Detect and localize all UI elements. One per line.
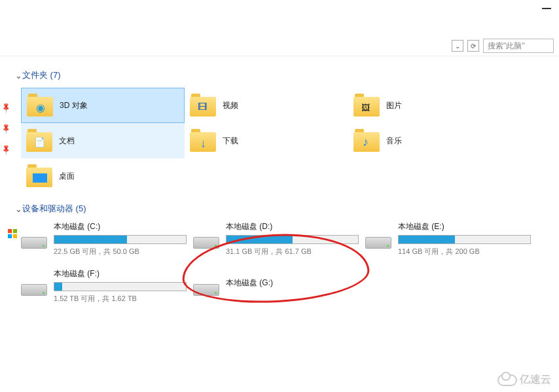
section-title: 文件夹 (7)	[22, 69, 61, 81]
drive-item-d[interactable]: 本地磁盘 (D:) 31.1 GB 可用，共 61.7 GB	[193, 221, 359, 257]
folder-label: 图片	[386, 100, 402, 111]
search-placeholder: 搜索"此脑"	[488, 41, 525, 52]
folder-label: 视频	[223, 100, 238, 111]
pin-icon: 📌	[0, 145, 9, 154]
folder-item-music[interactable]: ♪ 音乐	[348, 123, 512, 158]
folder-icon: ♪	[353, 129, 380, 152]
drive-stats: 114 GB 可用，共 200 GB	[398, 247, 531, 257]
drive-name: 本地磁盘 (G:)	[226, 277, 359, 289]
watermark: 亿速云	[497, 373, 551, 387]
folder-item-3d-objects[interactable]: ◉ 3D 对象	[21, 88, 185, 123]
drive-name: 本地磁盘 (D:)	[226, 221, 359, 232]
minimize-button[interactable]	[542, 8, 551, 9]
drive-item-f[interactable]: 本地磁盘 (F:) 1.52 TB 可用，共 1.62 TB	[21, 268, 187, 304]
folder-label: 音乐	[386, 135, 402, 147]
drive-item-e[interactable]: 本地磁盘 (E:) 114 GB 可用，共 200 GB	[365, 221, 531, 257]
svg-rect-0	[8, 229, 12, 233]
storage-bar	[54, 282, 187, 291]
documents-icon: 📄	[34, 137, 45, 147]
folder-item-downloads[interactable]: ↓ 下载	[185, 123, 348, 158]
svg-rect-3	[13, 234, 17, 238]
svg-rect-1	[13, 229, 17, 233]
folder-label: 下载	[223, 135, 238, 147]
storage-bar	[54, 235, 187, 244]
music-icon: ♪	[363, 135, 369, 149]
chevron-down-icon: ⌄	[14, 204, 22, 214]
drive-stats: 1.52 TB 可用，共 1.62 TB	[54, 294, 187, 304]
watermark-text: 亿速云	[520, 373, 551, 387]
cloud-icon	[497, 374, 517, 386]
drive-stats: 22.5 GB 可用，共 50.0 GB	[54, 247, 187, 257]
section-header-folders[interactable]: ⌄ 文件夹 (7)	[14, 69, 559, 81]
folder-label: 3D 对象	[60, 100, 88, 111]
3d-icon: ◉	[36, 101, 45, 114]
folder-item-desktop[interactable]: 桌面	[21, 158, 185, 194]
svg-rect-2	[8, 234, 12, 238]
folder-icon: 📄	[26, 129, 52, 152]
windows-logo-icon	[8, 229, 17, 238]
drive-icon	[365, 230, 391, 249]
history-dropdown-button[interactable]: ⌄	[452, 40, 463, 52]
drive-item-c[interactable]: 本地磁盘 (C:) 22.5 GB 可用，共 50.0 GB	[21, 221, 187, 257]
pin-icon: 📌	[0, 103, 9, 113]
storage-bar	[226, 235, 359, 244]
downloads-icon: ↓	[200, 137, 206, 151]
folder-item-documents[interactable]: 📄 文档	[21, 123, 185, 158]
folder-icon: ↓	[190, 129, 216, 152]
quick-access-pins: 📌 📌 📌	[0, 90, 9, 153]
search-input[interactable]: 搜索"此脑"	[483, 39, 554, 53]
drive-name: 本地磁盘 (F:)	[54, 268, 187, 279]
section-title: 设备和驱动器 (5)	[22, 203, 86, 215]
drive-icon	[193, 230, 219, 249]
chevron-down-icon: ⌄	[14, 71, 22, 80]
drive-stats: 31.1 GB 可用，共 61.7 GB	[226, 247, 359, 257]
section-header-drives[interactable]: ⌄ 设备和驱动器 (5)	[14, 203, 559, 215]
folders-grid: ◉ 3D 对象 🎞 视频 🖼 图片 📄 文档	[14, 88, 559, 194]
folder-icon: ◉	[27, 94, 53, 117]
drive-item-g[interactable]: 本地磁盘 (G:)	[193, 268, 359, 304]
drive-icon	[21, 230, 47, 249]
drive-icon	[21, 277, 47, 296]
pictures-icon: 🖼	[361, 103, 370, 113]
folder-icon: 🖼	[353, 94, 380, 117]
drives-grid: 本地磁盘 (C:) 22.5 GB 可用，共 50.0 GB 本地磁盘 (D:)…	[14, 221, 559, 304]
folder-icon	[26, 164, 52, 188]
drive-icon	[193, 277, 219, 296]
folder-item-pictures[interactable]: 🖼 图片	[348, 88, 512, 123]
folder-item-videos[interactable]: 🎞 视频	[185, 88, 348, 123]
folder-label: 桌面	[59, 171, 75, 182]
refresh-button[interactable]: ⟳	[467, 40, 479, 52]
storage-bar	[398, 235, 531, 244]
video-icon: 🎞	[198, 101, 207, 112]
desktop-icon	[33, 173, 47, 183]
drive-name: 本地磁盘 (E:)	[398, 221, 531, 232]
folder-icon: 🎞	[190, 94, 216, 117]
pin-icon: 📌	[0, 124, 9, 134]
drive-name: 本地磁盘 (C:)	[54, 221, 187, 232]
folder-label: 文档	[59, 135, 75, 147]
address-toolbar: ⌄ ⟳ 搜索"此脑"	[0, 36, 559, 56]
